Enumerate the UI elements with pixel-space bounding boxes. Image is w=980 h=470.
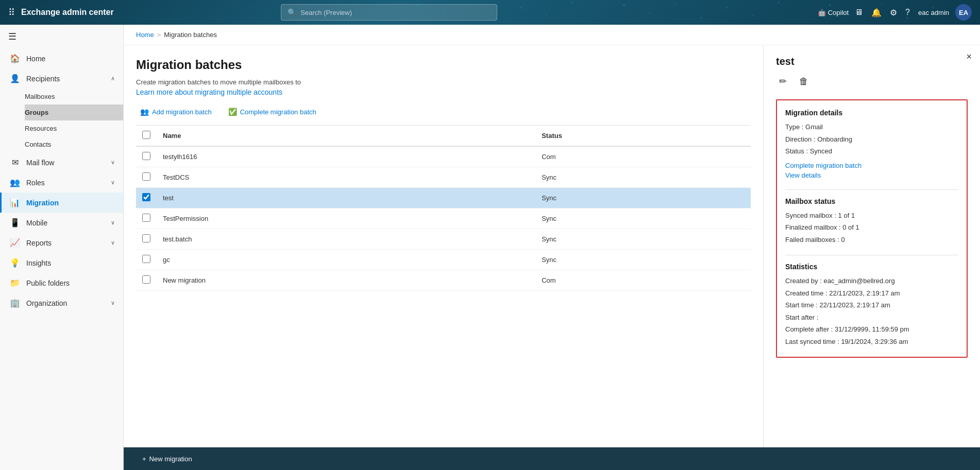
apps-icon[interactable]: ⠿	[8, 7, 15, 18]
row-checkbox[interactable]	[142, 152, 150, 160]
add-migration-batch-button[interactable]: 👥 Add migration batch	[136, 105, 216, 119]
view-details-link[interactable]: View details	[785, 171, 958, 179]
sidebar-item-migration[interactable]: 📊 Migration	[0, 193, 123, 213]
mailflow-icon: ✉	[10, 158, 20, 167]
sidebar-item-home-label: Home	[26, 55, 115, 63]
row-name: New migration	[157, 270, 535, 291]
sidebar-item-home[interactable]: 🏠 Home	[0, 48, 123, 68]
reports-chevron-icon: ∨	[111, 239, 115, 246]
sidebar-item-contacts[interactable]: Contacts	[25, 136, 123, 152]
toolbar: 👥 Add migration batch ✅ Complete migrati…	[136, 96, 751, 126]
row-checkbox[interactable]	[142, 255, 150, 263]
delete-button[interactable]: 🗑	[796, 74, 812, 89]
start-after: Start after :	[785, 312, 958, 323]
contacts-label: Contacts	[25, 141, 51, 148]
row-status: Com	[535, 146, 751, 167]
row-checkbox[interactable]	[142, 275, 150, 284]
row-checkbox[interactable]	[142, 193, 150, 201]
row-name: TestPermission	[157, 208, 535, 229]
copilot-label: Copilot	[828, 9, 849, 16]
detail-panel-title: test	[776, 56, 968, 67]
sidebar-item-publicfolders-label: Public folders	[26, 279, 115, 287]
table-row[interactable]: test.batchSync	[136, 229, 751, 250]
finalized-mailbox: Finalized mailbox : 0 of 1	[785, 222, 958, 233]
new-migration-icon: +	[142, 455, 146, 463]
sidebar-item-recipients[interactable]: 👤 Recipients ∧	[0, 68, 123, 89]
user-name: eac admin	[916, 7, 951, 19]
row-checkbox[interactable]	[142, 172, 150, 181]
organization-chevron-icon: ∨	[111, 300, 115, 306]
col-header-name: Name	[157, 126, 535, 146]
mailbox-status-section: Mailbox status Synced mailbox : 1 of 1 F…	[785, 197, 958, 245]
edit-button[interactable]: ✏	[776, 74, 790, 89]
settings-icon-button[interactable]: ⚙	[888, 6, 899, 20]
sidebar-item-groups[interactable]: Groups	[25, 105, 123, 120]
sidebar-item-insights[interactable]: 💡 Insights	[0, 253, 123, 273]
table-row[interactable]: TestPermissionSync	[136, 208, 751, 229]
select-all-header	[136, 126, 157, 146]
learn-more-link[interactable]: Learn more about migrating multiple acco…	[136, 88, 751, 96]
search-icon: 🔍	[288, 8, 296, 16]
complete-after: Complete after : 31/12/9999, 11:59:59 pm	[785, 324, 958, 335]
edit-icon: ✏	[779, 76, 787, 86]
detail-panel: × test ✏ 🗑 Migration details	[764, 45, 980, 447]
top-navigation: ⠿ Exchange admin center 🔍 🤖 Copilot 🖥 🔔 …	[0, 0, 980, 25]
col-header-status: Status	[535, 126, 751, 146]
migration-details-title: Migration details	[785, 109, 958, 117]
detail-actions: ✏ 🗑	[776, 74, 968, 89]
row-status: Com	[535, 270, 751, 291]
table-row[interactable]: gcSync	[136, 250, 751, 270]
mailboxes-label: Mailboxes	[25, 93, 55, 100]
table-row[interactable]: testSync	[136, 188, 751, 208]
sidebar-item-publicfolders[interactable]: 📁 Public folders	[0, 273, 123, 293]
groups-label: Groups	[25, 109, 48, 116]
row-checkbox[interactable]	[142, 234, 150, 242]
sidebar-item-mailflow[interactable]: ✉ Mail flow ∨	[0, 152, 123, 172]
search-input[interactable]	[300, 9, 491, 16]
breadcrumb-home-link[interactable]: Home	[136, 31, 154, 39]
sidebar-item-roles[interactable]: 👥 Roles ∨	[0, 172, 123, 193]
complete-migration-batch-button[interactable]: ✅ Complete migration batch	[224, 105, 320, 119]
table-row[interactable]: New migrationCom	[136, 270, 751, 291]
home-icon: 🏠	[10, 54, 20, 63]
avatar[interactable]: EA	[955, 4, 972, 21]
migration-table: Name Status testylh1616ComTestDCSSynctes…	[136, 126, 751, 291]
select-all-checkbox[interactable]	[142, 131, 150, 139]
migration-details-section: Migration details Type : Gmail Direction…	[785, 109, 958, 179]
sidebar-item-reports[interactable]: 📈 Reports ∨	[0, 233, 123, 253]
close-panel-button[interactable]: ×	[966, 51, 972, 62]
bottom-bar: + New migration	[124, 447, 980, 470]
created-time: Created time : 22/11/2023, 2:19:17 am	[785, 288, 958, 299]
new-migration-button[interactable]: + New migration	[136, 452, 198, 466]
left-panel: Migration batches Create migration batch…	[124, 45, 764, 447]
insights-icon: 💡	[10, 258, 20, 268]
table-row[interactable]: TestDCSSync	[136, 167, 751, 188]
search-bar[interactable]: 🔍	[281, 4, 497, 21]
row-checkbox[interactable]	[142, 214, 150, 222]
sidebar-hamburger[interactable]: ☰	[0, 25, 123, 48]
row-name: test.batch	[157, 229, 535, 250]
copilot-button[interactable]: 🤖 Copilot	[818, 9, 849, 16]
app-title: Exchange admin center	[21, 8, 114, 17]
mail-icon-button[interactable]: 🖥	[853, 6, 865, 19]
table-row[interactable]: testylh1616Com	[136, 146, 751, 167]
breadcrumb: Home > Migration batches	[124, 25, 980, 45]
mailbox-status-title: Mailbox status	[785, 197, 958, 205]
complete-migration-link[interactable]: Complete migration batch	[785, 162, 958, 169]
copilot-icon: 🤖	[818, 9, 826, 16]
sidebar-item-mailboxes[interactable]: Mailboxes	[25, 89, 123, 105]
row-name: test	[157, 188, 535, 208]
sidebar-item-organization-label: Organization	[26, 299, 105, 307]
sidebar-item-migration-label: Migration	[26, 199, 115, 207]
organization-icon: 🏢	[10, 298, 20, 308]
sidebar-item-organization[interactable]: 🏢 Organization ∨	[0, 293, 123, 313]
sidebar-item-resources[interactable]: Resources	[25, 120, 123, 136]
divider-2	[785, 255, 958, 255]
row-status: Sync	[535, 229, 751, 250]
help-icon-button[interactable]: ?	[903, 6, 912, 19]
sidebar-item-mobile[interactable]: 📱 Mobile ∨	[0, 213, 123, 233]
migration-table-container: Name Status testylh1616ComTestDCSSynctes…	[136, 126, 751, 435]
sidebar-item-recipients-label: Recipients	[26, 75, 105, 83]
bell-icon-button[interactable]: 🔔	[869, 6, 884, 20]
sidebar-item-reports-label: Reports	[26, 239, 105, 247]
